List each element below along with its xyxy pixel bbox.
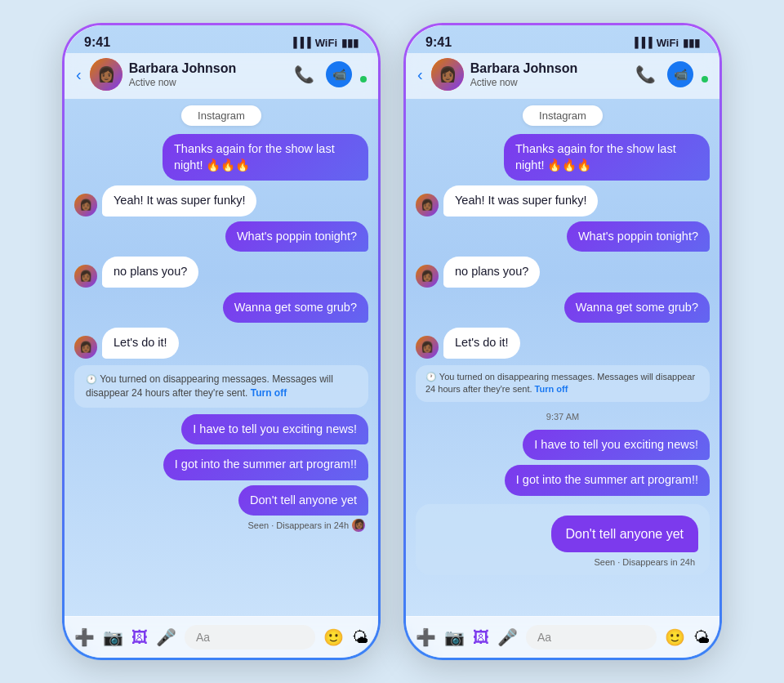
turn-off-link-right[interactable]: Turn off [535, 384, 568, 394]
chat-header-left: ‹ 👩🏾 Barbara Johnson Active now 📞 📹 [65, 53, 378, 99]
video-button-right[interactable]: 📹 [667, 61, 693, 87]
weather-icon-left[interactable]: 🌤 [352, 628, 368, 647]
turn-off-link-left[interactable]: Turn off [251, 387, 287, 399]
msg-row: I got into the summer art program!! [416, 465, 710, 496]
msg-row: I have to tell you exciting news! [74, 414, 368, 445]
msg-row: 👩🏾 Let's do it! [74, 328, 368, 359]
signal-icon: ▐▐▐ [631, 37, 653, 48]
avatar-right: 👩🏾 [431, 58, 464, 91]
emoji-icon-left[interactable]: 🙂 [323, 627, 344, 647]
bubble-sent: I got into the summer art program!! [505, 465, 710, 496]
status-icons-right: ▐▐▐ WiFi ▮▮▮ [631, 37, 700, 49]
phone-button-right[interactable]: 📞 [635, 65, 656, 84]
highlighted-bubble-wrapper: Don't tell anyone yet Seen · Disappears … [416, 504, 710, 576]
bubble-sent: Don't tell anyone yet [238, 485, 368, 516]
back-button-right[interactable]: ‹ [417, 65, 423, 84]
bubble-received: Yeah! It was super funky! [102, 185, 256, 217]
bubble-received: no plans you? [102, 257, 198, 288]
bubble-received: Let's do it! [443, 328, 520, 359]
header-actions-left: 📞 📹 [294, 61, 367, 87]
status-bar-right: 9:41 ▐▐▐ WiFi ▮▮▮ [406, 25, 719, 53]
active-dot-left [360, 76, 367, 83]
status-icons-left: ▐▐▐ WiFi ▮▮▮ [290, 37, 359, 49]
video-button-left[interactable]: 📹 [326, 61, 352, 87]
disappearing-notice-left: 🕐 You turned on disappearing messages. M… [74, 365, 368, 408]
header-info-left: Barbara Johnson Active now [129, 60, 287, 87]
avatar-left: 👩🏾 [90, 58, 122, 91]
bubble-sent: What's poppin tonight? [567, 221, 710, 252]
battery-icon: ▮▮▮ [683, 37, 700, 49]
wifi-icon: WiFi [315, 37, 337, 49]
instagram-label-right: Instagram [523, 105, 603, 126]
time-right: 9:41 [425, 35, 452, 50]
chat-header-right: ‹ 👩🏾 Barbara Johnson Active now 📞 📹 [406, 53, 719, 99]
mic-icon-left[interactable]: 🎤 [156, 627, 176, 647]
msg-row: I got into the summer art program!! [74, 449, 368, 480]
bubble-sent: I have to tell you exciting news! [181, 414, 368, 445]
right-phone: 9:41 ▐▐▐ WiFi ▮▮▮ ‹ 👩🏾 Barbara Johnson A… [403, 23, 722, 660]
camera-icon-right[interactable]: 📷 [444, 627, 465, 647]
seen-info-left: Seen · Disappears in 24h 👩🏾 [74, 519, 368, 532]
gallery-icon-right[interactable]: 🖼 [473, 628, 489, 647]
bubble-received: no plans you? [443, 257, 540, 288]
msg-row: 👩🏾 Yeah! It was super funky! [416, 185, 710, 217]
msg-row-highlighted: Don't tell anyone yet [427, 516, 698, 553]
seen-info-right: Seen · Disappears in 24h [427, 557, 698, 567]
mic-icon-right[interactable]: 🎤 [497, 627, 518, 647]
msg-row: 👩🏾 no plans you? [416, 257, 710, 288]
msg-row: 👩🏾 Yeah! It was super funky! [74, 185, 368, 217]
timestamp-right: 9:37 AM [416, 408, 710, 425]
received-avatar: 👩🏾 [74, 265, 97, 288]
seen-avatar-left: 👩🏾 [352, 519, 365, 532]
bubble-sent: I got into the summer art program!! [163, 449, 368, 480]
msg-row: 👩🏾 no plans you? [74, 257, 368, 288]
input-bar-left: ➕ 📷 🖼 🎤 Aa 🙂 🌤 [65, 616, 378, 658]
plus-icon-left[interactable]: ➕ [74, 627, 95, 647]
received-avatar: 👩🏾 [74, 336, 97, 359]
message-input-left[interactable]: Aa [185, 625, 315, 650]
msg-row: Wanna get some grub? [74, 292, 368, 324]
camera-icon-left[interactable]: 📷 [103, 627, 123, 647]
header-actions-right: 📞 📹 [635, 61, 708, 87]
clock-icon: 🕐 [425, 372, 437, 382]
msg-row: 👩🏾 Let's do it! [416, 328, 710, 359]
bubble-sent: I have to tell you exciting news! [523, 430, 710, 461]
received-avatar: 👩🏾 [74, 194, 97, 217]
wifi-icon: WiFi [657, 37, 679, 49]
gallery-icon-left[interactable]: 🖼 [131, 628, 148, 647]
phone-button-left[interactable]: 📞 [294, 65, 314, 84]
main-container: 9:41 ▐▐▐ WiFi ▮▮▮ ‹ 👩🏾 Barbara Johnson A… [46, 7, 738, 676]
plus-icon-right[interactable]: ➕ [416, 627, 436, 647]
signal-icon: ▐▐▐ [290, 37, 311, 48]
msg-row: Thanks again for the show last night! 🔥🔥… [416, 134, 710, 181]
emoji-icon-right[interactable]: 🙂 [665, 627, 685, 647]
received-avatar: 👩🏾 [416, 194, 439, 217]
contact-name-right: Barbara Johnson [470, 60, 629, 76]
left-phone: 9:41 ▐▐▐ WiFi ▮▮▮ ‹ 👩🏾 Barbara Johnson A… [62, 23, 381, 660]
bubble-sent: Thanks again for the show last night! 🔥🔥… [504, 134, 710, 181]
contact-status-right: Active now [470, 77, 629, 88]
received-avatar: 👩🏾 [416, 336, 439, 359]
received-avatar: 👩🏾 [416, 265, 439, 288]
messages-area-left: Instagram Thanks again for the show last… [65, 99, 378, 616]
bubble-received: Yeah! It was super funky! [443, 185, 598, 217]
weather-icon-right[interactable]: 🌤 [693, 628, 710, 647]
active-dot-right [702, 76, 708, 83]
instagram-label-left: Instagram [181, 105, 261, 126]
bubble-sent: Thanks again for the show last night! 🔥🔥… [163, 134, 368, 181]
msg-row: Wanna get some grub? [416, 292, 710, 324]
msg-row: Don't tell anyone yet [74, 485, 368, 516]
contact-name-left: Barbara Johnson [129, 60, 287, 76]
bubble-sent: What's poppin tonight? [225, 221, 368, 252]
disappearing-notice-right: 🕐 You turned on disappearing messages. M… [416, 365, 710, 402]
contact-status-left: Active now [129, 77, 287, 88]
battery-icon: ▮▮▮ [341, 37, 359, 49]
msg-row: What's poppin tonight? [74, 221, 368, 252]
back-button-left[interactable]: ‹ [76, 65, 82, 84]
message-input-right[interactable]: Aa [526, 625, 657, 650]
status-bar-left: 9:41 ▐▐▐ WiFi ▮▮▮ [65, 25, 378, 53]
msg-row: What's poppin tonight? [416, 221, 710, 252]
time-left: 9:41 [84, 35, 110, 50]
msg-row: Thanks again for the show last night! 🔥🔥… [74, 134, 368, 181]
header-info-right: Barbara Johnson Active now [470, 60, 629, 87]
